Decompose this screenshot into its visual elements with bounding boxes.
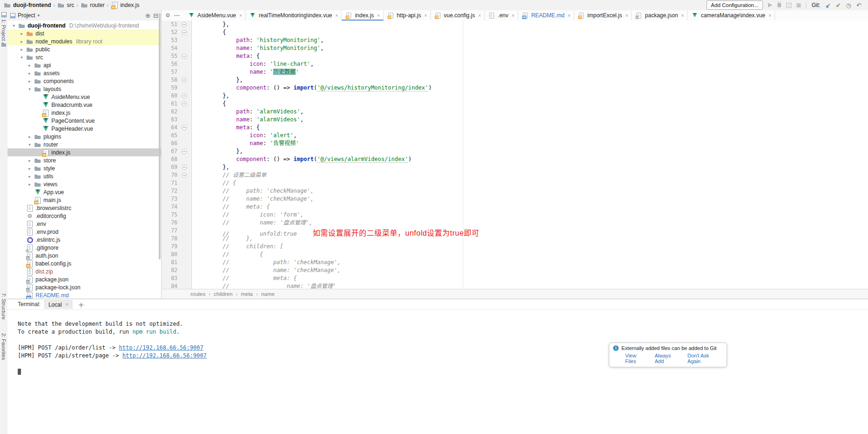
breadcrumb-item-router[interactable]: router	[81, 1, 105, 9]
close-icon[interactable]: ×	[335, 13, 338, 18]
close-icon[interactable]: ×	[681, 13, 684, 18]
editor-tab-cameraManage\index.vue[interactable]: cameraManage\index.vue×	[688, 10, 775, 21]
terminal-output[interactable]: Note that the development build is not o…	[7, 309, 868, 434]
chevron-right-icon[interactable]: ▸	[27, 158, 32, 163]
editor-tab-README.md[interactable]: MDREADME.md×	[518, 10, 574, 21]
notification-link-always-add[interactable]: Always Add	[655, 353, 681, 364]
fold-icon[interactable]	[182, 101, 187, 106]
close-icon[interactable]: ×	[239, 13, 242, 18]
tree-item-api[interactable]: ▸api	[7, 61, 161, 69]
chevron-right-icon[interactable]: ▸	[19, 47, 24, 52]
tree-item-assets[interactable]: ▸assets	[7, 69, 161, 77]
chevron-down-icon[interactable]: ▾	[27, 142, 32, 147]
git-rollback-icon[interactable]: ↶	[856, 2, 861, 8]
fold-icon[interactable]	[182, 22, 187, 27]
tree-item-index.js[interactable]: JSindex.js	[7, 109, 161, 117]
tree-item-.editorconfig[interactable]: ⚙.editorconfig	[7, 212, 161, 220]
editor-breadcrumb-name[interactable]: name	[261, 291, 275, 297]
tree-item-src[interactable]: ▾src	[7, 53, 161, 61]
tree-item-README.md[interactable]: MDREADME.md	[7, 291, 161, 299]
breadcrumb-item-src[interactable]: src	[57, 1, 74, 9]
tree-item-dist[interactable]: ▸dist	[7, 29, 161, 37]
chevron-right-icon[interactable]: ▸	[27, 182, 32, 187]
close-icon[interactable]: ×	[478, 13, 481, 18]
chevron-down-icon[interactable]: ▾	[11, 23, 16, 28]
tree-item-store[interactable]: ▸store	[7, 156, 161, 164]
editor-tab-.env[interactable]: .env×	[485, 10, 518, 21]
chevron-right-icon[interactable]: ▸	[27, 63, 32, 68]
coverage-icon[interactable]	[786, 3, 791, 8]
tree-item-package-lock.json[interactable]: {}package-lock.json	[7, 283, 161, 291]
close-icon[interactable]: ×	[377, 13, 380, 18]
chevron-right-icon[interactable]: ▸	[27, 79, 32, 84]
tree-item-Breadcrumb.vue[interactable]: Breadcrumb.vue	[7, 101, 161, 109]
tree-item-.gitignore[interactable]: ⊘.gitignore	[7, 244, 161, 252]
close-icon[interactable]: ×	[568, 13, 571, 18]
git-history-icon[interactable]: ◷	[846, 2, 851, 8]
fold-icon[interactable]	[182, 165, 187, 170]
tree-item-babel.config.js[interactable]: JSbabel.config.js	[7, 259, 161, 267]
tool-stripe-structure[interactable]: 7: Structure	[1, 293, 7, 320]
tree-item-.env.prod[interactable]: .env.prod	[7, 228, 161, 236]
fold-icon[interactable]	[182, 125, 187, 130]
tree-item-App.vue[interactable]: App.vue	[7, 188, 161, 196]
fold-icon[interactable]	[182, 173, 187, 178]
tool-stripe-project[interactable]: 1: Project	[1, 19, 7, 41]
tree-item-node_modules[interactable]: ▸node_moduleslibrary root	[7, 37, 161, 45]
tree-item-auth.json[interactable]: {}auth.json	[7, 252, 161, 259]
code-editor[interactable]: 51 },52 {53 path: 'historyMonitoring',54…	[162, 21, 868, 289]
fold-icon[interactable]	[182, 77, 187, 83]
git-commit-icon[interactable]: ✔	[836, 2, 841, 8]
add-configuration-button[interactable]: Add Configuration...	[706, 0, 763, 10]
tree-item-router[interactable]: ▾router	[7, 140, 161, 148]
editor-tab-index.js[interactable]: JSindex.js×	[342, 10, 384, 21]
new-terminal-icon[interactable]: ＋	[76, 300, 86, 309]
tree-item-duoji-frontend[interactable]: ▾duoji-frontendD:\zheheWeb\duoji-fronten…	[7, 21, 161, 29]
editor-breadcrumb-meta[interactable]: meta	[241, 291, 253, 297]
chevron-right-icon[interactable]: ▸	[19, 39, 24, 44]
close-icon[interactable]: ×	[424, 13, 427, 18]
close-icon[interactable]: ×	[65, 302, 68, 307]
chevron-right-icon[interactable]: ▸	[27, 174, 32, 179]
tree-item-layouts[interactable]: ▾layouts	[7, 85, 161, 93]
hide-panel-icon[interactable]: —	[174, 12, 180, 19]
breadcrumb-item-index.js[interactable]: JSindex.js	[111, 1, 140, 9]
tree-item-dist.zip[interactable]: dist.zip	[7, 267, 161, 275]
project-view-selector[interactable]: Project ▾	[10, 12, 40, 19]
settings-icon[interactable]: ⚙	[165, 12, 170, 19]
tree-item-utils[interactable]: ▸utils	[7, 172, 161, 180]
editor-tab-vue.config.js[interactable]: JSvue.config.js×	[431, 10, 485, 21]
terminal-tab-local[interactable]: Local ×	[44, 300, 73, 309]
tree-item-PageContent.vue[interactable]: PageContent.vue	[7, 117, 161, 125]
tree-item-.browserslistrc[interactable]: .browserslistrc	[7, 204, 161, 212]
editor-tab-http-api.js[interactable]: JShttp-api.js×	[384, 10, 431, 21]
collapse-all-icon[interactable]: ⊟	[153, 13, 158, 19]
chevron-right-icon[interactable]: ▸	[19, 31, 24, 36]
tree-item-.env[interactable]: .env	[7, 220, 161, 228]
tree-item-PageHeader.vue[interactable]: PageHeader.vue	[7, 125, 161, 133]
run-icon[interactable]	[768, 3, 772, 7]
chevron-down-icon[interactable]: ▾	[27, 87, 32, 91]
tree-scrollbar[interactable]	[159, 13, 161, 259]
close-icon[interactable]: ×	[769, 13, 771, 18]
breadcrumb-item-duoji-frontend[interactable]: duoji-frontend	[4, 1, 51, 9]
stop-icon[interactable]	[797, 3, 801, 7]
tree-item-AsideMenu.vue[interactable]: AsideMenu.vue	[7, 93, 161, 101]
fold-icon[interactable]	[182, 149, 187, 154]
fold-icon[interactable]	[182, 30, 187, 35]
tree-item-index.js[interactable]: JSindex.js	[7, 148, 161, 156]
chevron-right-icon[interactable]: ▸	[27, 134, 32, 139]
tree-item-components[interactable]: ▸components	[7, 77, 161, 85]
editor-tab-package.json[interactable]: {}package.json×	[632, 10, 688, 21]
chevron-right-icon[interactable]: ▸	[27, 166, 32, 171]
tree-item-plugins[interactable]: ▸plugins	[7, 133, 161, 140]
close-icon[interactable]: ×	[626, 13, 628, 18]
debug-icon[interactable]	[777, 3, 781, 7]
editor-tab-realTimeMonitoring\index.vue[interactable]: realTimeMonitoring\index.vue×	[246, 10, 342, 21]
editor-tab-importExcel.js[interactable]: JSimportExcel.js×	[574, 10, 632, 21]
tree-item-views[interactable]: ▸views	[7, 180, 161, 188]
editor-breadcrumb-children[interactable]: children	[214, 291, 233, 297]
git-update-icon[interactable]: ↙	[826, 2, 831, 8]
editor-breadcrumb-routes[interactable]: routes	[191, 291, 205, 297]
tool-stripe-favorites[interactable]: 2: Favorites	[1, 333, 7, 360]
